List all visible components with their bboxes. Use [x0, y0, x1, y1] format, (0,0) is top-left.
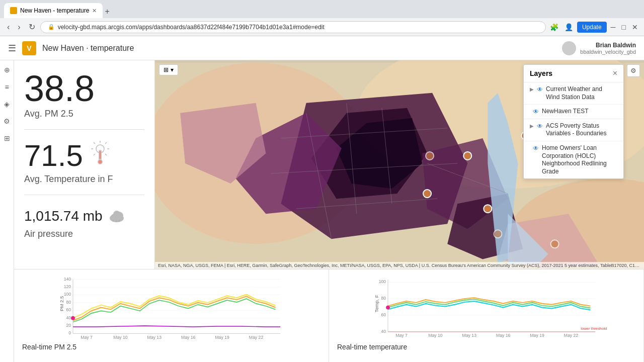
layer-visibility-icon-1[interactable]: 👁	[537, 86, 543, 93]
tab-favicon	[10, 7, 17, 14]
svg-text:May 22: May 22	[564, 333, 579, 338]
layers-close-button[interactable]: ×	[613, 69, 617, 78]
svg-text:Temp, F: Temp, F	[374, 295, 379, 312]
sidebar-icon-settings[interactable]: ⚙	[2, 116, 13, 127]
svg-point-37	[551, 240, 559, 248]
svg-point-63	[71, 316, 75, 320]
metric-divider-1	[24, 129, 144, 130]
svg-text:May 22: May 22	[249, 335, 264, 340]
extensions-button[interactable]: 🧩	[548, 21, 560, 33]
bottom-section: PM 2.5 140 120 100 80 60 40 20 0	[14, 269, 644, 362]
svg-line-8	[94, 154, 95, 155]
layer-visibility-icon-3[interactable]: 👁	[537, 123, 543, 130]
svg-line-6	[105, 154, 107, 155]
minimize-button[interactable]: ─	[609, 21, 618, 33]
svg-point-35	[484, 205, 492, 213]
svg-point-12	[98, 160, 102, 164]
layer-item-3[interactable]: ▶ 👁 ACS Poverty Status Variables - Bound…	[524, 119, 623, 141]
user-name: Brian Baldwin	[580, 42, 636, 49]
update-button[interactable]: Update	[577, 22, 607, 33]
svg-text:May 19: May 19	[215, 335, 229, 340]
svg-point-36	[494, 230, 502, 238]
svg-text:120: 120	[64, 284, 71, 289]
temp-value: 71.5	[24, 141, 83, 171]
map-tool-icon: ⊞	[164, 66, 169, 73]
svg-point-83	[386, 306, 390, 310]
pm25-value: 38.8	[24, 70, 144, 107]
layers-title: Layers	[530, 69, 552, 77]
pressure-label: Air pressure	[24, 229, 144, 239]
svg-point-16	[113, 211, 120, 218]
layers-panel: Layers × ▶ 👁 Current Weather and Wind St…	[523, 64, 624, 179]
pm25-chart-area: PM 2.5 140 120 100 80 60 40 20 0	[22, 275, 320, 340]
layer-label-3: ACS Poverty Status Variables - Boundarie…	[546, 122, 617, 138]
svg-point-32	[463, 152, 471, 160]
layer-item-4[interactable]: 👁 Home Owners' Loan Corporation (HOLC) N…	[524, 141, 623, 178]
address-bar[interactable]: 🔒 velocity-gbd.maps.arcgis.com/apps/dash…	[40, 21, 546, 33]
sidebar-icon-grid[interactable]: ⊞	[2, 133, 13, 144]
layer-visibility-icon-2[interactable]: 👁	[533, 108, 539, 115]
user-org: bbaldwin_velocity_gbd	[580, 49, 636, 55]
sidebar-icon-map[interactable]: ◈	[2, 99, 13, 110]
svg-text:May 19: May 19	[530, 333, 544, 338]
user-info: Brian Baldwin bbaldwin_velocity_gbd	[562, 41, 636, 55]
svg-text:May 7: May 7	[395, 333, 408, 338]
tab-close-icon[interactable]: ✕	[92, 8, 97, 14]
temperature-metric: 71.5	[24, 140, 144, 185]
lock-icon: 🔒	[48, 24, 55, 30]
svg-text:40: 40	[381, 329, 386, 334]
pm25-metric: 38.8 Avg. PM 2.5	[24, 70, 144, 119]
sidebar-icon-layers[interactable]: ≡	[2, 81, 13, 93]
new-tab-button[interactable]: +	[103, 5, 111, 18]
temperature-chart-title: Real-time temperature	[337, 343, 635, 351]
metrics-panel: 38.8 Avg. PM 2.5 71.5	[14, 60, 155, 269]
layer-item-1[interactable]: ▶ 👁 Current Weather and Wind Station Dat…	[524, 82, 623, 105]
back-button[interactable]: ‹	[4, 21, 13, 34]
svg-text:0: 0	[68, 330, 71, 335]
map-settings-button[interactable]: ⚙	[627, 64, 640, 77]
layers-header: Layers ×	[524, 65, 623, 82]
user-avatar	[562, 41, 576, 55]
svg-line-5	[94, 142, 95, 144]
svg-point-33	[426, 152, 434, 160]
pressure-value: 1,015.74 mb	[24, 208, 103, 224]
layer-label-2: NewHaven TEST	[542, 108, 617, 116]
layer-item-2[interactable]: 👁 NewHaven TEST	[524, 105, 623, 119]
svg-text:May 13: May 13	[462, 333, 477, 338]
svg-text:20: 20	[66, 323, 71, 328]
pm25-chart-panel: PM 2.5 140 120 100 80 60 40 20 0	[14, 269, 329, 362]
svg-text:May 16: May 16	[496, 333, 511, 338]
tab-title: New Haven - temperature	[20, 7, 89, 14]
map-container[interactable]: ⊞ ▾ ⚙ Layers × ▶ 👁	[155, 60, 644, 269]
cloud-icon	[107, 205, 127, 227]
map-attribution: Esri, NASA, NGA, USGS, FEMA | Esri, HERE…	[155, 262, 644, 269]
sidebar-icon-home[interactable]: ⊕	[2, 64, 13, 75]
svg-text:80: 80	[381, 296, 386, 301]
pm25-chart-title: Real-time PM 2.5	[22, 343, 320, 351]
active-tab[interactable]: New Haven - temperature ✕	[4, 3, 103, 18]
svg-text:80: 80	[66, 300, 71, 305]
metric-divider-2	[24, 195, 144, 195]
svg-text:May 10: May 10	[113, 335, 128, 340]
svg-rect-10	[99, 151, 101, 159]
svg-line-7	[105, 142, 107, 144]
map-tool-arrow: ▾	[171, 66, 174, 73]
svg-text:lower threshold: lower threshold	[581, 326, 607, 331]
thermometer-icon	[89, 140, 111, 172]
layer-label-1: Current Weather and Wind Station Data	[546, 85, 617, 101]
svg-text:100: 100	[64, 292, 71, 297]
profile-button[interactable]: 👤	[562, 21, 575, 33]
map-toolbar: ⊞ ▾	[159, 64, 178, 75]
map-tool-button[interactable]: ⊞ ▾	[159, 64, 178, 75]
app-title: New Haven · temperature	[42, 44, 134, 53]
svg-text:60: 60	[66, 307, 71, 312]
hamburger-menu[interactable]: ☰	[8, 43, 16, 54]
reload-button[interactable]: ↻	[26, 20, 38, 34]
address-text: velocity-gbd.maps.arcgis.com/apps/dashbo…	[58, 24, 325, 31]
forward-button[interactable]: ›	[15, 21, 23, 34]
svg-text:May 16: May 16	[181, 335, 196, 340]
layer-visibility-icon-4[interactable]: 👁	[533, 145, 539, 152]
close-button[interactable]: ✕	[630, 21, 640, 33]
maximize-button[interactable]: □	[620, 21, 628, 33]
left-sidebar: ⊕ ≡ ◈ ⚙ ⊞	[0, 60, 14, 362]
